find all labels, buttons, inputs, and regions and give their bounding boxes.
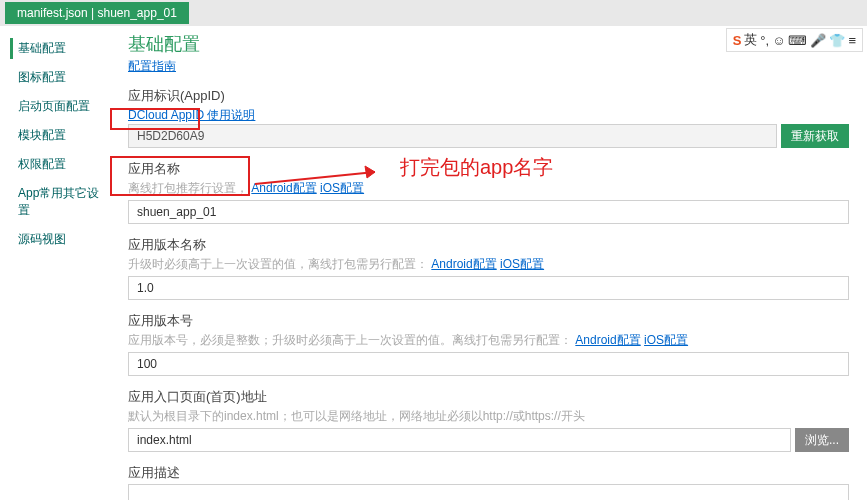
vercode-desc: 应用版本号，必须是整数；升级时必须高于上一次设置的值。离线打包需另行配置： An… — [128, 332, 849, 349]
annotation-arrow — [255, 164, 395, 194]
sidebar-item-source[interactable]: 源码视图 — [0, 225, 110, 254]
vercode-input[interactable] — [128, 352, 849, 376]
reget-button[interactable]: 重新获取 — [781, 124, 849, 148]
appdesc-input[interactable] — [128, 484, 849, 500]
ime-menu-icon[interactable]: ≡ — [848, 33, 856, 48]
ime-logo-icon: S — [733, 33, 742, 48]
sidebar-item-module[interactable]: 模块配置 — [0, 121, 110, 150]
svg-line-0 — [255, 172, 375, 184]
appid-label: 应用标识(AppID) — [128, 87, 849, 105]
sidebar-item-icon[interactable]: 图标配置 — [0, 63, 110, 92]
vername-ios-link[interactable]: iOS配置 — [500, 257, 544, 271]
sidebar-item-permission[interactable]: 权限配置 — [0, 150, 110, 179]
vername-input[interactable] — [128, 276, 849, 300]
tab-bar: manifest.json | shuen_app_01 — [0, 0, 867, 26]
ime-keyboard-icon[interactable]: ⌨ — [788, 33, 807, 48]
ime-punct-icon[interactable]: °, — [760, 33, 769, 48]
svg-marker-1 — [365, 166, 375, 178]
ime-toolbar[interactable]: S 英 °, ☺ ⌨ 🎤 👕 ≡ — [726, 28, 863, 52]
vername-desc: 升级时必须高于上一次设置的值，离线打包需另行配置： Android配置 iOS配… — [128, 256, 849, 273]
vercode-field: 应用版本号 应用版本号，必须是整数；升级时必须高于上一次设置的值。离线打包需另行… — [128, 312, 849, 376]
appid-field: 应用标识(AppID) DCloud AppID 使用说明 重新获取 — [128, 87, 849, 148]
appdesc-label: 应用描述 — [128, 464, 849, 482]
entry-field: 应用入口页面(首页)地址 默认为根目录下的index.html；也可以是网络地址… — [128, 388, 849, 452]
appname-input[interactable] — [128, 200, 849, 224]
entry-desc: 默认为根目录下的index.html；也可以是网络地址，网络地址必须以http:… — [128, 408, 849, 425]
sidebar-item-basic[interactable]: 基础配置 — [0, 34, 110, 63]
appdesc-field: 应用描述 — [128, 464, 849, 500]
entry-input[interactable] — [128, 428, 791, 452]
appid-desc-link[interactable]: DCloud AppID 使用说明 — [128, 108, 255, 122]
vercode-android-link[interactable]: Android配置 — [575, 333, 640, 347]
ime-smile-icon[interactable]: ☺ — [772, 33, 785, 48]
vercode-label: 应用版本号 — [128, 312, 849, 330]
entry-label: 应用入口页面(首页)地址 — [128, 388, 849, 406]
appid-input[interactable] — [128, 124, 777, 148]
file-tab[interactable]: manifest.json | shuen_app_01 — [5, 2, 189, 24]
sidebar-item-app-other[interactable]: App常用其它设置 — [0, 179, 110, 225]
ime-skin-icon[interactable]: 👕 — [829, 33, 845, 48]
vername-android-link[interactable]: Android配置 — [431, 257, 496, 271]
vercode-ios-link[interactable]: iOS配置 — [644, 333, 688, 347]
appname-desc: 离线打包推荐行设置， Android配置 iOS配置 — [128, 180, 849, 197]
config-guide-link[interactable]: 配置指南 — [128, 59, 176, 73]
vername-field: 应用版本名称 升级时必须高于上一次设置的值，离线打包需另行配置： Android… — [128, 236, 849, 300]
sidebar-item-launch[interactable]: 启动页面配置 — [0, 92, 110, 121]
annotation-text: 打完包的app名字 — [400, 154, 553, 181]
vername-label: 应用版本名称 — [128, 236, 849, 254]
main-panel: 基础配置 配置指南 应用标识(AppID) DCloud AppID 使用说明 … — [110, 26, 867, 500]
ime-lang[interactable]: 英 — [744, 31, 757, 49]
browse-button[interactable]: 浏览... — [795, 428, 849, 452]
sidebar: 基础配置 图标配置 启动页面配置 模块配置 权限配置 App常用其它设置 源码视… — [0, 26, 110, 500]
ime-voice-icon[interactable]: 🎤 — [810, 33, 826, 48]
